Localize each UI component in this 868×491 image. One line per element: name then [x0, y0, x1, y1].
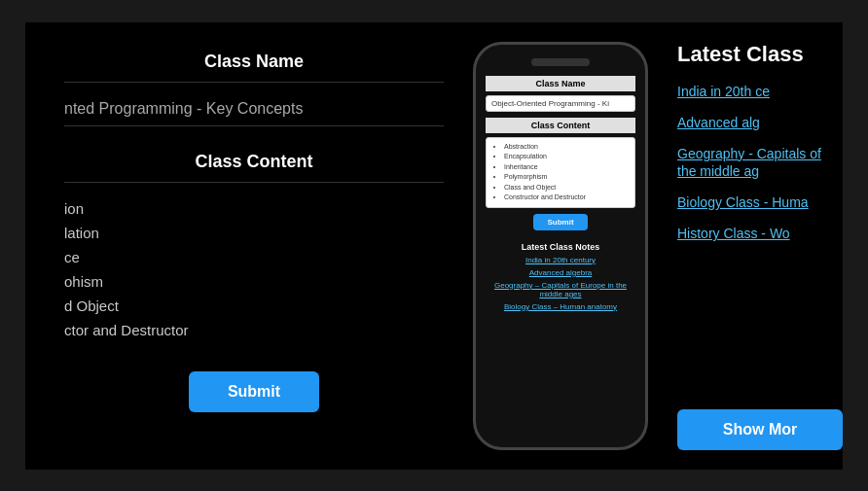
phone-mockup: Class Name Object-Oriented Programming -… [473, 42, 648, 450]
phone-note-link-3[interactable]: Geography – Capitals of Europe in the mi… [486, 281, 635, 298]
right-note-link-2[interactable]: Advanced alg [677, 114, 843, 131]
phone-list-item: Encapsulation [504, 152, 629, 162]
phone-list-item: Abstraction [504, 142, 629, 153]
class-content-title: Class Content [64, 142, 444, 183]
phone-class-name-input[interactable]: Object-Oriented Programming - Ki [486, 95, 635, 112]
list-item: ion [64, 196, 444, 221]
phone-class-name-label: Class Name [486, 76, 635, 91]
right-panel: Latest Class India in 20th ce Advanced a… [668, 22, 843, 470]
phone-note-link-1[interactable]: India in 20th century [486, 256, 635, 264]
list-item: ctor and Destructor [64, 318, 444, 342]
right-note-link-4[interactable]: Biology Class - Huma [677, 193, 843, 211]
right-note-link-3[interactable]: Geography - Capitals of the middle ag [677, 145, 843, 180]
list-item: d Object [64, 294, 444, 318]
main-container: Class Name nted Programming - Key Concep… [25, 22, 843, 470]
list-item: ce [64, 245, 444, 269]
phone-content-box: Abstraction Encapsulation Inheritance Po… [486, 137, 635, 208]
phone-list-item: Polymorphism [504, 172, 629, 183]
list-item: lation [64, 221, 444, 245]
show-more-button[interactable]: Show Mor [677, 409, 843, 450]
content-list: ion lation ce ohism d Object ctor and De… [64, 196, 444, 342]
left-panel: Class Name nted Programming - Key Concep… [25, 22, 483, 470]
phone-list-item: Inheritance [504, 162, 629, 173]
right-note-link-1[interactable]: India in 20th ce [677, 83, 843, 100]
phone-submit-button[interactable]: Submit [533, 214, 587, 230]
phone-list-item: Class and Object [504, 183, 629, 193]
right-note-link-5[interactable]: History Class - Wo [677, 225, 843, 242]
phone-note-link-4[interactable]: Biology Class – Human anatomy [486, 302, 635, 311]
submit-button[interactable]: Submit [189, 371, 319, 412]
phone-class-content-label: Class Content [486, 118, 635, 133]
phone-latest-notes-label: Latest Class Notes [486, 242, 635, 252]
phone-notch [531, 58, 590, 66]
right-panel-title: Latest Class [677, 42, 843, 67]
phone-list-item: Constructor and Destructor [504, 193, 629, 203]
list-item: ohism [64, 269, 444, 294]
class-name-title: Class Name [64, 42, 444, 83]
class-name-value: nted Programming - Key Concepts [64, 92, 444, 126]
phone-note-link-2[interactable]: Advanced algebra [486, 268, 635, 277]
